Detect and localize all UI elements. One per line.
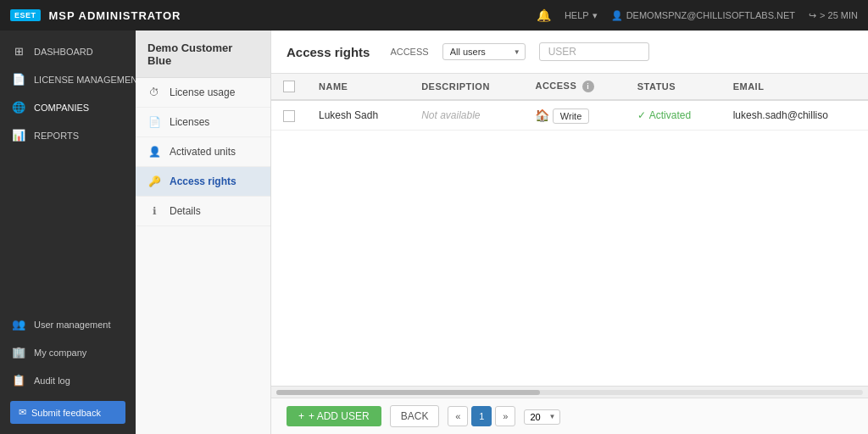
sidebar-item-dashboard[interactable]: ⊞ DASHBOARD (0, 37, 136, 65)
sidebar-item-user-management[interactable]: 👥 User management (0, 310, 136, 338)
logo: ESET (10, 9, 41, 21)
page-next-button[interactable]: » (495, 406, 515, 426)
row-description-cell: Not available (409, 100, 523, 131)
clipboard-icon: 📋 (12, 374, 25, 387)
top-nav: ESET MSP ADMINISTRATOR 🔔 HELP ▾ 👤 DEMOMS… (0, 0, 868, 31)
person-icon: 👤 (147, 146, 161, 158)
sidebar-item-label: COMPANIES (34, 103, 89, 113)
access-filter-label: ACCESS (390, 47, 428, 57)
clock-icon: ⏱ (147, 86, 161, 98)
content-header: Access rights ACCESS All users Active us… (271, 31, 868, 74)
submit-feedback-button[interactable]: ✉ Submit feedback (10, 401, 125, 424)
sub-sidebar-label: Details (170, 205, 201, 217)
sidebar-item-label: LICENSE MANAGEMENT (34, 75, 143, 85)
nav-actions: 🔔 HELP ▾ 👤 DEMOMSPNZ@CHILLISOFTLABS.NET … (537, 8, 858, 22)
row-access-cell: 🏠 Write (523, 100, 625, 131)
page-title: Access rights (287, 45, 370, 59)
user-search-input[interactable] (539, 42, 649, 61)
bell-icon: 🔔 (537, 8, 551, 22)
col-status[interactable]: STATUS (626, 74, 721, 100)
select-all-checkbox[interactable] (283, 81, 295, 92)
file-icon: 📄 (147, 116, 161, 128)
sidebar-item-companies[interactable]: 🌐 COMPANIES (0, 93, 136, 121)
sidebar-item-my-company[interactable]: 🏢 My company (0, 338, 136, 366)
chevron-down-icon: ▾ (593, 10, 598, 21)
pagination: « 1 » (448, 406, 515, 426)
col-description[interactable]: DESCRIPTION (409, 74, 523, 100)
app-title: MSP ADMINISTRATOR (49, 9, 537, 22)
sub-sidebar-item-details[interactable]: ℹ Details (136, 197, 270, 226)
sidebar-item-label: Audit log (34, 376, 70, 386)
sub-sidebar-label: Licenses (170, 116, 209, 128)
scroll-thumb[interactable] (276, 390, 540, 395)
access-rights-table: NAME DESCRIPTION ACCESS i STATUS EMAIL (271, 74, 868, 131)
add-user-label: + ADD USER (309, 410, 370, 422)
access-filter-select[interactable]: All users Active users Inactive users (442, 43, 526, 60)
user-menu-button[interactable]: 👤 DEMOMSPNZ@CHILLISOFTLABS.NET (611, 10, 795, 21)
page-prev-button[interactable]: « (448, 406, 468, 426)
sub-sidebar-item-activated-units[interactable]: 👤 Activated units (136, 137, 270, 167)
user-name: Lukesh Sadh (319, 109, 378, 121)
key-icon: 🔑 (147, 175, 161, 187)
row-status-cell: ✓ Activated (626, 100, 721, 131)
email-value: lukesh.sadh@chilliso (733, 109, 828, 121)
sub-sidebar-label: Access rights (170, 175, 236, 187)
sidebar-item-reports[interactable]: 📊 REPORTS (0, 121, 136, 149)
dashboard-icon: ⊞ (12, 45, 25, 58)
session-info: ↪ > 25 MIN (809, 10, 858, 21)
sidebar-item-label: REPORTS (34, 131, 79, 141)
sub-sidebar-label: License usage (170, 86, 235, 98)
status-value: ✓ Activated (637, 109, 709, 121)
sub-sidebar-header: Demo Customer Blue (136, 31, 270, 78)
table-header-row: NAME DESCRIPTION ACCESS i STATUS EMAIL (271, 74, 868, 100)
exit-icon: ↪ (809, 10, 816, 21)
row-checkbox-cell (271, 100, 307, 131)
page-number-button[interactable]: 1 (471, 406, 492, 426)
globe-icon: 🌐 (12, 101, 25, 114)
info-icon: ℹ (147, 205, 161, 217)
sidebar-item-label: My company (34, 348, 86, 358)
col-access[interactable]: ACCESS i (523, 74, 625, 100)
sidebar-item-license-management[interactable]: 📄 LICENSE MANAGEMENT (0, 65, 136, 93)
license-icon: 📄 (12, 73, 25, 86)
users-icon: 👥 (12, 318, 25, 331)
content-footer: + + ADD USER BACK « 1 » 10 20 50 100 (271, 398, 868, 434)
chart-icon: 📊 (12, 129, 25, 142)
check-icon: ✓ (637, 109, 646, 121)
help-button[interactable]: HELP ▾ (565, 10, 598, 21)
col-email[interactable]: EMAIL (721, 74, 868, 100)
home-icon: 🏠 (535, 108, 549, 122)
access-info-icon[interactable]: i (582, 81, 594, 92)
page-size-wrapper: 10 20 50 100 (524, 409, 560, 425)
add-user-button[interactable]: + + ADD USER (287, 406, 381, 426)
sub-sidebar: Demo Customer Blue ⏱ License usage 📄 Lic… (136, 31, 271, 434)
access-filter-wrapper: All users Active users Inactive users (442, 43, 526, 60)
description-value: Not available (421, 109, 480, 121)
sidebar-item-label: DASHBOARD (34, 47, 93, 57)
feedback-icon: ✉ (19, 407, 26, 418)
sub-sidebar-item-access-rights[interactable]: 🔑 Access rights (136, 167, 270, 197)
user-icon: 👤 (611, 10, 623, 21)
main-layout: ⊞ DASHBOARD 📄 LICENSE MANAGEMENT 🌐 COMPA… (0, 31, 868, 434)
notifications-button[interactable]: 🔔 (537, 8, 551, 22)
sub-sidebar-item-license-usage[interactable]: ⏱ License usage (136, 78, 270, 108)
sidebar-item-audit-log[interactable]: 📋 Audit log (0, 366, 136, 394)
table-row: Lukesh Sadh Not available 🏠 Write ✓ (271, 100, 868, 131)
status-text: Activated (649, 109, 691, 121)
access-badge[interactable]: Write (553, 108, 589, 124)
sub-sidebar-label: Activated units (170, 146, 236, 158)
page-size-select[interactable]: 10 20 50 100 (524, 409, 560, 425)
row-email-cell: lukesh.sadh@chilliso (721, 100, 868, 131)
back-button[interactable]: BACK (390, 405, 440, 427)
content-area: Access rights ACCESS All users Active us… (271, 31, 868, 434)
session-label: > 25 MIN (820, 10, 858, 20)
row-name-cell: Lukesh Sadh (307, 100, 409, 131)
help-label: HELP (565, 10, 589, 20)
horizontal-scrollbar[interactable] (271, 386, 868, 398)
row-checkbox[interactable] (283, 110, 295, 122)
sidebar: ⊞ DASHBOARD 📄 LICENSE MANAGEMENT 🌐 COMPA… (0, 31, 136, 434)
sidebar-item-label: User management (34, 320, 111, 330)
col-name[interactable]: NAME (307, 74, 409, 100)
sub-sidebar-item-licenses[interactable]: 📄 Licenses (136, 108, 270, 137)
scroll-track[interactable] (276, 390, 863, 395)
